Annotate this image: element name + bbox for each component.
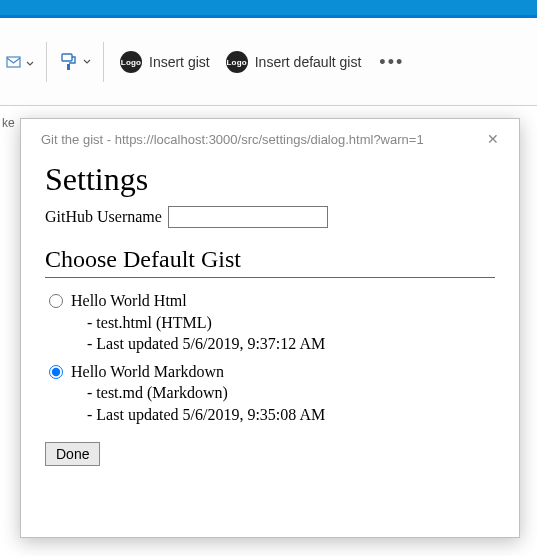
ribbon-paint-button[interactable] (55, 50, 95, 74)
gist-option[interactable]: Hello World Html - test.html (HTML) - La… (45, 290, 495, 355)
svg-rect-0 (7, 57, 20, 67)
gist-list: Hello World Html - test.html (HTML) - La… (45, 282, 495, 442)
close-icon: ✕ (487, 131, 499, 147)
chevron-down-icon (83, 58, 91, 66)
gist-file-line: - test.md (Markdown) (71, 382, 325, 404)
svg-rect-2 (67, 64, 70, 70)
gist-radio[interactable] (49, 294, 63, 308)
github-username-input[interactable] (168, 206, 328, 228)
paint-icon (59, 52, 79, 72)
logo-icon: Logo (226, 51, 248, 73)
ellipsis-icon: ••• (379, 52, 404, 72)
ribbon-separator (46, 42, 47, 82)
settings-dialog: Git the gist - https://localhost:3000/sr… (20, 118, 520, 538)
gist-updated-line: - Last updated 5/6/2019, 9:37:12 AM (71, 333, 325, 355)
gist-text: Hello World Html - test.html (HTML) - La… (71, 290, 325, 355)
choose-default-heading: Choose Default Gist (45, 246, 495, 278)
close-button[interactable]: ✕ (481, 129, 505, 149)
insert-default-gist-label: Insert default gist (255, 54, 362, 70)
gist-name: Hello World Markdown (71, 361, 325, 383)
insert-gist-button[interactable]: Logo Insert gist (112, 47, 218, 77)
svg-rect-1 (62, 54, 72, 61)
dialog-heading: Settings (45, 161, 495, 198)
ribbon-separator (103, 42, 104, 82)
gist-option[interactable]: Hello World Markdown - test.md (Markdown… (45, 361, 495, 426)
gist-updated-line: - Last updated 5/6/2019, 9:35:08 AM (71, 404, 325, 426)
username-label: GitHub Username (45, 208, 162, 226)
gist-file-line: - test.html (HTML) (71, 312, 325, 334)
mail-icon (6, 54, 22, 70)
gist-radio[interactable] (49, 365, 63, 379)
insert-default-gist-button[interactable]: Logo Insert default gist (218, 47, 370, 77)
logo-icon: Logo (120, 51, 142, 73)
ribbon-prev-group-button[interactable] (2, 52, 38, 72)
app-title-bar (0, 0, 537, 15)
done-button[interactable]: Done (45, 442, 100, 466)
chevron-down-icon (26, 60, 34, 68)
insert-gist-label: Insert gist (149, 54, 210, 70)
gist-text: Hello World Markdown - test.md (Markdown… (71, 361, 325, 426)
gist-name: Hello World Html (71, 290, 325, 312)
ribbon: Logo Insert gist Logo Insert default gis… (0, 18, 537, 106)
dialog-title-bar-text: Git the gist - https://localhost:3000/sr… (41, 132, 424, 147)
more-options-button[interactable]: ••• (369, 46, 414, 79)
